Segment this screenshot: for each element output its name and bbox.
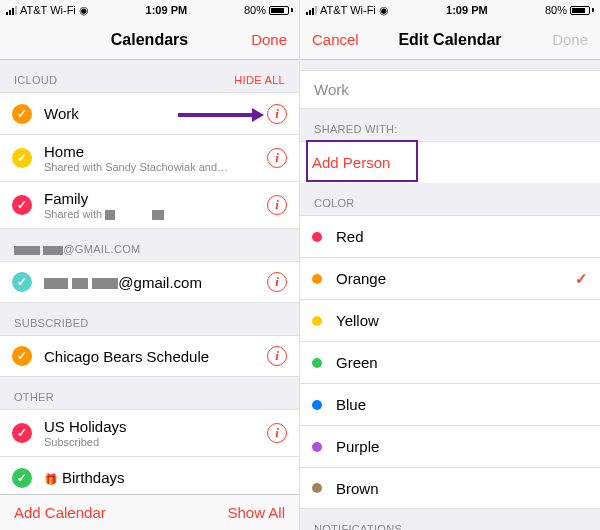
- annotation-arrow: [178, 105, 264, 125]
- color-dot-icon: [312, 316, 322, 326]
- status-bar: AT&T Wi-Fi◉ 1:09 PM 80%: [300, 0, 600, 20]
- section-header-color: COLOR: [300, 183, 600, 215]
- color-label: Yellow: [336, 312, 588, 329]
- hide-all-button[interactable]: HIDE ALL: [234, 74, 285, 86]
- done-button[interactable]: Done: [251, 31, 287, 48]
- battery-icon: [269, 6, 293, 15]
- wifi-icon: ◉: [379, 4, 389, 17]
- color-label: Purple: [336, 438, 588, 455]
- carrier-label: AT&T Wi-Fi: [20, 4, 76, 16]
- add-person-row[interactable]: Add Person: [300, 141, 600, 183]
- color-row-green[interactable]: Green: [300, 341, 600, 383]
- section-header-other: OTHER: [0, 377, 299, 409]
- color-label: Blue: [336, 396, 588, 413]
- section-header-notifications: NOTIFICATIONS: [300, 509, 600, 530]
- battery-icon: [570, 6, 594, 15]
- checkmark-icon[interactable]: ✓: [12, 272, 32, 292]
- battery-percent: 80%: [545, 4, 567, 16]
- carrier-label: AT&T Wi-Fi: [320, 4, 376, 16]
- status-time: 1:09 PM: [446, 4, 488, 16]
- calendar-row-gmail[interactable]: ✓ @gmail.com i: [0, 261, 299, 303]
- calendars-screen: AT&T Wi-Fi◉ 1:09 PM 80% Calendars Done I…: [0, 0, 300, 530]
- info-icon[interactable]: i: [267, 346, 287, 366]
- checkmark-icon[interactable]: ✓: [12, 346, 32, 366]
- gift-icon: 🎁: [44, 473, 58, 485]
- checkmark-icon[interactable]: ✓: [12, 423, 32, 443]
- navbar: Cancel Edit Calendar Done: [300, 20, 600, 60]
- add-calendar-button[interactable]: Add Calendar: [14, 504, 106, 521]
- navbar: Calendars Done: [0, 20, 299, 60]
- color-label: Brown: [336, 480, 588, 497]
- show-all-button[interactable]: Show All: [227, 504, 285, 521]
- color-label: Red: [336, 228, 588, 245]
- color-dot-icon: [312, 274, 322, 284]
- color-dot-icon: [312, 232, 322, 242]
- battery-percent: 80%: [244, 4, 266, 16]
- calendar-row-holidays[interactable]: ✓ US HolidaysSubscribed i: [0, 409, 299, 456]
- wifi-icon: ◉: [79, 4, 89, 17]
- info-icon[interactable]: i: [267, 272, 287, 292]
- section-header-gmail: @GMAIL.COM: [0, 229, 299, 261]
- signal-icon: [6, 6, 17, 15]
- color-row-blue[interactable]: Blue: [300, 383, 600, 425]
- info-icon[interactable]: i: [267, 423, 287, 443]
- calendar-name-field[interactable]: Work: [300, 70, 600, 109]
- color-dot-icon: [312, 483, 322, 493]
- checkmark-icon[interactable]: ✓: [12, 148, 32, 168]
- signal-icon: [306, 6, 317, 15]
- color-label: Green: [336, 354, 588, 371]
- edit-calendar-screen: AT&T Wi-Fi◉ 1:09 PM 80% Cancel Edit Cale…: [300, 0, 600, 530]
- checkmark-icon[interactable]: ✓: [12, 104, 32, 124]
- color-dot-icon: [312, 400, 322, 410]
- info-icon[interactable]: i: [267, 195, 287, 215]
- info-icon[interactable]: i: [267, 104, 287, 124]
- add-person-label: Add Person: [312, 154, 390, 171]
- calendar-row-work[interactable]: ✓ Work i: [0, 92, 299, 134]
- calendar-row-bears[interactable]: ✓ Chicago Bears Schedule i: [0, 335, 299, 377]
- checkmark-icon[interactable]: ✓: [12, 468, 32, 488]
- status-bar: AT&T Wi-Fi◉ 1:09 PM 80%: [0, 0, 299, 20]
- info-icon[interactable]: i: [267, 148, 287, 168]
- color-row-red[interactable]: Red: [300, 215, 600, 257]
- done-button[interactable]: Done: [552, 31, 588, 48]
- color-row-yellow[interactable]: Yellow: [300, 299, 600, 341]
- toolbar: Add Calendar Show All: [0, 494, 299, 530]
- color-row-brown[interactable]: Brown: [300, 467, 600, 509]
- section-header-icloud: ICLOUD HIDE ALL: [0, 60, 299, 92]
- calendar-row-birthdays[interactable]: ✓ 🎁Birthdays: [0, 456, 299, 494]
- color-dot-icon: [312, 442, 322, 452]
- color-row-orange[interactable]: Orange✓: [300, 257, 600, 299]
- section-header-subscribed: SUBSCRIBED: [0, 303, 299, 335]
- calendar-row-home[interactable]: ✓ HomeShared with Sandy Stachowiak and… …: [0, 134, 299, 181]
- calendar-row-family[interactable]: ✓ FamilyShared with i: [0, 181, 299, 229]
- selected-check-icon: ✓: [575, 270, 588, 288]
- color-label: Orange: [336, 270, 575, 287]
- checkmark-icon[interactable]: ✓: [12, 195, 32, 215]
- color-dot-icon: [312, 358, 322, 368]
- status-time: 1:09 PM: [146, 4, 188, 16]
- section-header-shared: SHARED WITH:: [300, 109, 600, 141]
- color-row-purple[interactable]: Purple: [300, 425, 600, 467]
- cancel-button[interactable]: Cancel: [312, 31, 359, 48]
- svg-marker-1: [252, 108, 264, 122]
